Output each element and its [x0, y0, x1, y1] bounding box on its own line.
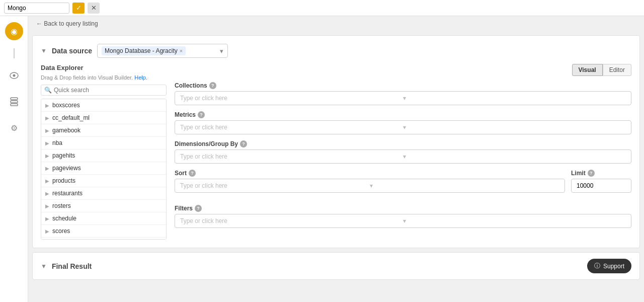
- sort-limit-row: Sort ? Type or click here ▾ Limit: [175, 170, 631, 199]
- collection-name: products: [52, 177, 75, 184]
- collection-name: pageviews: [52, 165, 81, 172]
- coll-expand-icon: ▶: [45, 140, 49, 146]
- dimensions-group: Dimensions/Group By ? Type or click here…: [175, 140, 631, 164]
- svg-rect-4: [11, 104, 18, 106]
- final-section: ▼ Final Result ⓘ Support: [32, 252, 640, 280]
- main-layout: ◉ ⚙ ← Back to query listing ▼ Data sourc…: [0, 16, 644, 302]
- datasource-select[interactable]: Mongo Database - Agracity × ▾: [97, 44, 228, 58]
- collection-name: schedule: [52, 215, 76, 222]
- list-item[interactable]: ▶products: [41, 175, 166, 187]
- collection-name: cc_default_ml: [52, 114, 90, 121]
- list-item[interactable]: ▶boxscores: [41, 99, 166, 112]
- dimensions-arrow-icon: ▾: [403, 153, 626, 160]
- top-bar: ✓ ✕: [0, 0, 644, 16]
- collection-name: boxscores: [52, 102, 80, 109]
- metrics-help-icon[interactable]: ?: [198, 111, 205, 118]
- metrics-select[interactable]: Type or click here ▾: [175, 120, 631, 134]
- svg-rect-2: [11, 98, 18, 100]
- search-input[interactable]: [54, 87, 163, 94]
- final-title: Final Result: [52, 262, 92, 270]
- metrics-label: Metrics ?: [175, 111, 631, 118]
- datasource-tag-label: Mongo Database - Agracity: [105, 47, 178, 54]
- coll-expand-icon: ▶: [45, 115, 49, 121]
- sort-help-icon[interactable]: ?: [189, 170, 196, 177]
- datasource-tag-close[interactable]: ×: [180, 48, 183, 54]
- divider: [14, 48, 15, 58]
- coll-expand-icon: ▶: [45, 191, 49, 196]
- sort-select[interactable]: Type or click here ▾: [175, 179, 565, 193]
- datasource-arrow-icon: ▾: [220, 47, 223, 55]
- list-item[interactable]: ▶pagehits: [41, 149, 166, 162]
- limit-input[interactable]: [571, 179, 631, 193]
- query-name-input[interactable]: [4, 3, 69, 14]
- collections-arrow-icon: ▾: [403, 95, 626, 102]
- sidebar-icons: ◉ ⚙: [0, 16, 28, 302]
- list-item[interactable]: ▶schedule: [41, 212, 166, 225]
- visual-view-button[interactable]: Visual: [572, 64, 603, 76]
- coll-expand-icon: ▶: [45, 178, 49, 184]
- coll-expand-icon: ▶: [45, 166, 49, 171]
- collection-name: pagehits: [52, 152, 75, 159]
- list-item[interactable]: ▶rosters: [41, 200, 166, 212]
- back-link[interactable]: ← Back to query listing: [28, 16, 644, 31]
- support-icon: ⓘ: [594, 262, 600, 270]
- sort-arrow-icon: ▾: [370, 182, 559, 189]
- confirm-button[interactable]: ✓: [72, 3, 85, 14]
- collection-name: nba: [52, 139, 62, 146]
- list-item[interactable]: ▶sendingActivity: [41, 238, 166, 240]
- datasource-title: Data source: [52, 47, 92, 55]
- gear-icon[interactable]: ⚙: [5, 119, 23, 137]
- coll-expand-icon: ▶: [45, 229, 49, 234]
- datasource-tag: Mongo Database - Agracity ×: [102, 46, 186, 55]
- svg-point-1: [13, 74, 15, 77]
- collection-name: rosters: [52, 202, 71, 209]
- list-item[interactable]: ▶cc_default_ml: [41, 112, 166, 124]
- filters-select[interactable]: Type or click here ▾: [175, 214, 631, 228]
- location-icon[interactable]: ◉: [5, 22, 23, 40]
- metrics-arrow-icon: ▾: [403, 124, 626, 131]
- search-box: 🔍: [41, 85, 167, 96]
- list-item[interactable]: ▶nba: [41, 137, 166, 149]
- filters-group: Filters ? Type or click here ▾: [175, 205, 631, 228]
- list-item[interactable]: ▶restaurants: [41, 187, 166, 200]
- filters-label: Filters ?: [175, 205, 631, 212]
- collections-label: Collections ?: [175, 82, 631, 89]
- collections-group: Collections ? Type or click here ▾: [175, 82, 631, 105]
- datasource-header: ▼ Data source Mongo Database - Agracity …: [41, 44, 631, 58]
- query-section: ▼ Data source Mongo Database - Agracity …: [32, 35, 640, 248]
- content-area: ← Back to query listing ▼ Data source Mo…: [28, 16, 644, 302]
- coll-expand-icon: ▶: [45, 203, 49, 209]
- support-label: Support: [603, 263, 624, 270]
- dimensions-select[interactable]: Type or click here ▾: [175, 149, 631, 164]
- cancel-button[interactable]: ✕: [88, 3, 100, 14]
- dimensions-label: Dimensions/Group By ?: [175, 140, 631, 147]
- collection-name: gamebook: [52, 127, 80, 134]
- final-header: ▼ Final Result: [41, 262, 92, 270]
- filters-help-icon[interactable]: ?: [195, 205, 202, 212]
- support-button[interactable]: ⓘ Support: [587, 259, 631, 273]
- eye-icon[interactable]: [5, 66, 23, 85]
- list-item[interactable]: ▶scores: [41, 225, 166, 238]
- explorer-hint: Drag & Drop fields into Visual Builder. …: [41, 74, 167, 81]
- collection-name: restaurants: [52, 190, 83, 197]
- collections-help-icon[interactable]: ?: [209, 82, 216, 89]
- coll-expand-icon: ▶: [45, 153, 49, 159]
- query-builder: Visual Editor Collections ? Type or clic…: [175, 64, 631, 240]
- collection-list: ▶boxscores▶cc_default_ml▶gamebook▶nba▶pa…: [41, 99, 167, 240]
- list-item[interactable]: ▶pageviews: [41, 162, 166, 175]
- limit-label: Limit ?: [571, 170, 631, 177]
- database-icon[interactable]: [5, 93, 23, 111]
- datasource-toggle[interactable]: ▼: [41, 47, 47, 54]
- limit-help-icon[interactable]: ?: [588, 170, 595, 177]
- explorer-panel: Data Explorer Drag & Drop fields into Vi…: [41, 64, 167, 240]
- list-item[interactable]: ▶gamebook: [41, 124, 166, 137]
- view-toggle: Visual Editor: [175, 64, 631, 76]
- collection-name: scores: [52, 228, 70, 235]
- final-toggle[interactable]: ▼: [41, 263, 47, 270]
- collections-select[interactable]: Type or click here ▾: [175, 91, 631, 105]
- sort-group: Sort ? Type or click here ▾: [175, 170, 565, 193]
- body-row: Data Explorer Drag & Drop fields into Vi…: [41, 64, 631, 240]
- explorer-help-link[interactable]: Help.: [134, 74, 147, 81]
- editor-view-button[interactable]: Editor: [603, 64, 631, 76]
- dimensions-help-icon[interactable]: ?: [240, 140, 247, 147]
